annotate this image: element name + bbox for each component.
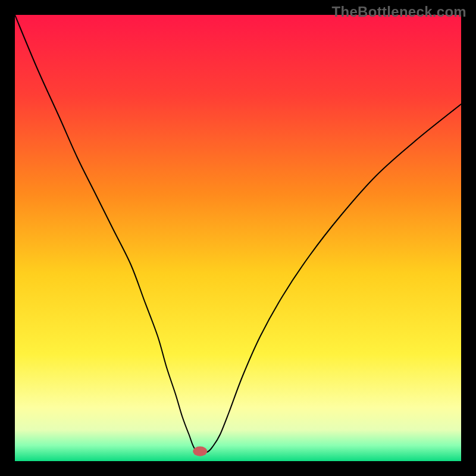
bottleneck-chart [15,15,461,461]
gradient-background [15,15,461,461]
watermark-text: TheBottleneck.com [332,4,466,20]
chart-frame: TheBottleneck.com [0,0,476,476]
plot-area [15,15,461,461]
optimum-marker [193,446,207,456]
